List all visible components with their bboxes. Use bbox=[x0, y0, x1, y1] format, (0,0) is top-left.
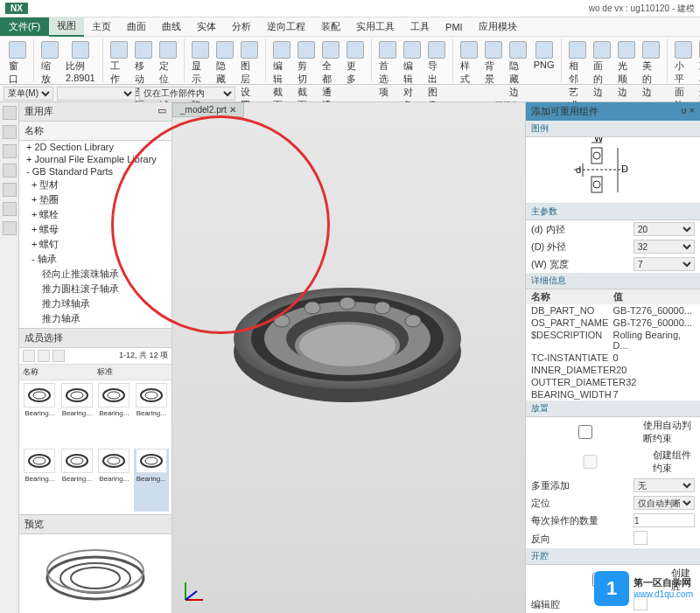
multi-add-select[interactable]: 无 bbox=[634, 478, 695, 492]
ribbon-窗口[interactable]: 窗口 bbox=[7, 40, 28, 87]
section-placement[interactable]: 放置 bbox=[526, 401, 700, 417]
panel-close-icon[interactable]: ▭ bbox=[158, 105, 166, 118]
tree-item[interactable]: + 螺栓 bbox=[19, 207, 172, 222]
svg-point-29 bbox=[340, 297, 355, 310]
members-icon-1[interactable] bbox=[23, 350, 35, 362]
svg-point-7 bbox=[145, 392, 158, 399]
tree-item[interactable]: 推力轴承 bbox=[19, 311, 172, 326]
reuse-library-title: 重用库 bbox=[24, 105, 53, 118]
ribbon-隐藏[interactable]: 隐藏 bbox=[214, 40, 235, 87]
tab-solid[interactable]: 实体 bbox=[189, 17, 224, 36]
ribbon-缩放[interactable]: 缩放 bbox=[39, 40, 60, 87]
ribbon-首选项[interactable]: 首选项 bbox=[377, 40, 398, 100]
qicon-3[interactable] bbox=[63, 3, 74, 14]
qicon-2[interactable] bbox=[49, 3, 60, 14]
tree-column-header: 名称 bbox=[19, 122, 172, 141]
detail-row: OUTTER_DIAMETER32 bbox=[526, 376, 700, 388]
section-details[interactable]: 详细信息 bbox=[526, 273, 700, 289]
qicon-1[interactable] bbox=[35, 3, 46, 14]
rail-icon-7[interactable] bbox=[3, 221, 17, 235]
member-item[interactable]: Bearing... bbox=[60, 383, 95, 447]
watermark-title: 第一区自学网 bbox=[634, 577, 693, 589]
section-legend[interactable]: 图例 bbox=[526, 121, 700, 137]
tree-item[interactable]: + Journal File Example Library bbox=[19, 153, 172, 165]
file-menu[interactable]: 文件(F) bbox=[0, 17, 49, 36]
ribbon-隐藏边[interactable]: 隐藏边 bbox=[508, 40, 528, 100]
locate-select[interactable]: 仅自动判断 bbox=[634, 496, 695, 510]
param-select[interactable]: 20 bbox=[634, 222, 695, 236]
tree-item[interactable]: 径向止推滚珠轴承 bbox=[19, 267, 172, 282]
tab-tools[interactable]: 工具 bbox=[402, 17, 438, 36]
svg-point-12 bbox=[103, 455, 124, 467]
ribbon-面的边[interactable]: 面的边 bbox=[592, 40, 612, 100]
detail-header-row: 名称 值 bbox=[526, 289, 700, 304]
scope-filter[interactable]: 仅在工作部件内 bbox=[139, 87, 235, 101]
member-item[interactable]: Bearing... bbox=[134, 449, 170, 512]
qicon-4[interactable] bbox=[77, 3, 88, 14]
tree-item[interactable]: + 螺钉 bbox=[19, 237, 172, 252]
svg-point-0 bbox=[29, 389, 50, 401]
use-auto-checkbox[interactable] bbox=[531, 425, 640, 439]
tree-item[interactable]: 滚动支座 bbox=[19, 326, 172, 329]
multi-add-label: 多重添加 bbox=[531, 479, 634, 492]
tree-item[interactable]: 推力圆柱滚子轴承 bbox=[19, 282, 172, 296]
section-main-params[interactable]: 主参数 bbox=[526, 204, 700, 220]
tab-home[interactable]: 主页 bbox=[84, 17, 119, 36]
rail-icon-6[interactable] bbox=[3, 202, 17, 216]
rail-icon-3[interactable] bbox=[3, 144, 17, 158]
use-auto-row[interactable]: 使用自动判断约束 bbox=[526, 417, 700, 447]
tree-item[interactable]: - GB Standard Parts bbox=[19, 165, 172, 178]
menu-dropdown[interactable]: 菜单(M) bbox=[4, 87, 53, 101]
ops-count-input[interactable] bbox=[634, 513, 695, 527]
tree-item[interactable]: 推力球轴承 bbox=[19, 296, 172, 311]
ribbon-PNG[interactable]: PNG bbox=[532, 40, 556, 71]
tree-item[interactable]: + 垫圈 bbox=[19, 192, 172, 207]
param-label: (D) 外径 bbox=[531, 240, 634, 254]
ribbon-样式[interactable]: 样式 bbox=[458, 40, 480, 87]
svg-point-28 bbox=[304, 302, 320, 314]
ribbon-更多[interactable]: 更多 bbox=[345, 40, 366, 87]
ribbon-比例 2.8901[interactable]: 比例 2.8901 bbox=[64, 40, 97, 84]
member-item[interactable]: Bearing... bbox=[22, 383, 58, 447]
tab-view[interactable]: 视图 bbox=[49, 17, 84, 37]
right-panel-controls[interactable]: υ × bbox=[682, 105, 696, 118]
tab-pmi[interactable]: PMI bbox=[438, 19, 471, 35]
tab-curve[interactable]: 曲线 bbox=[154, 17, 189, 36]
member-item[interactable]: Bearing... bbox=[134, 383, 170, 447]
members-icon-2[interactable] bbox=[38, 350, 50, 362]
detail-row: BEARING_WIDTH7 bbox=[526, 388, 700, 401]
detail-col-name: 名称 bbox=[531, 290, 613, 303]
tree-item[interactable]: + 2D Section Library bbox=[19, 141, 172, 153]
rail-icon-2[interactable] bbox=[3, 125, 17, 139]
viewport[interactable]: _model2.prt ✕ bbox=[172, 102, 525, 613]
rail-icon-1[interactable] bbox=[3, 106, 17, 120]
param-select[interactable]: 7 bbox=[634, 257, 695, 271]
tab-app[interactable]: 应用模块 bbox=[471, 17, 525, 36]
svg-point-37 bbox=[593, 152, 600, 159]
selection-filter[interactable] bbox=[57, 87, 136, 101]
member-item[interactable]: Bearing... bbox=[60, 449, 95, 512]
tab-reverse[interactable]: 逆向工程 bbox=[259, 17, 313, 36]
member-item[interactable]: Bearing... bbox=[96, 383, 132, 447]
ribbon-背景[interactable]: 背景 bbox=[483, 40, 504, 87]
tree-item[interactable]: + 型材 bbox=[19, 178, 172, 192]
watermark-url: www.d1qu.com bbox=[634, 589, 693, 600]
member-item[interactable]: Bearing... bbox=[22, 449, 58, 512]
create-assy-checkbox bbox=[531, 455, 649, 469]
reverse-button[interactable] bbox=[634, 531, 648, 545]
tab-analysis[interactable]: 分析 bbox=[224, 17, 259, 36]
members-icon-3[interactable] bbox=[52, 350, 65, 362]
tree-item[interactable]: + 螺母 bbox=[19, 222, 172, 237]
tab-assembly[interactable]: 装配 bbox=[313, 17, 348, 36]
param-select[interactable]: 32 bbox=[634, 240, 695, 254]
rail-icon-4[interactable] bbox=[3, 164, 17, 178]
tab-util[interactable]: 实用工具 bbox=[348, 17, 402, 36]
tab-surface[interactable]: 曲面 bbox=[119, 17, 154, 36]
rail-icon-5[interactable] bbox=[3, 183, 17, 197]
library-tree[interactable]: + 2D Section Library+ Journal File Examp… bbox=[19, 141, 172, 329]
tree-item[interactable]: - 轴承 bbox=[19, 252, 172, 267]
ribbon-光顺边[interactable]: 光顺边 bbox=[616, 40, 637, 100]
member-item[interactable]: Bearing... bbox=[96, 449, 132, 512]
ribbon-美的边[interactable]: 美的边 bbox=[640, 40, 662, 100]
section-cavity[interactable]: 开腔 bbox=[526, 548, 700, 565]
